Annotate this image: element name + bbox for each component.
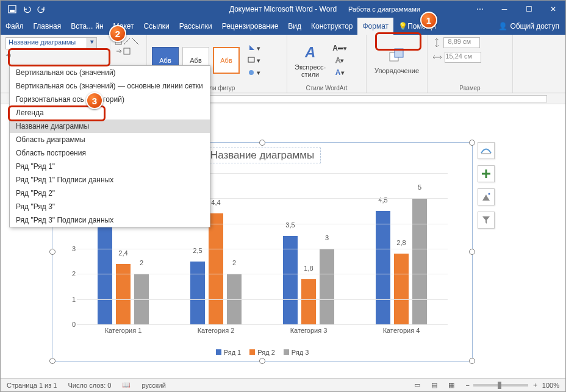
- minimize-icon[interactable]: ─: [492, 1, 517, 18]
- legend-item[interactable]: Ряд 2: [249, 349, 275, 356]
- bar[interactable]: [394, 254, 409, 324]
- quick-access-toolbar: [1, 5, 46, 13]
- chart-tools-context: Работа с диаграммами: [348, 5, 420, 13]
- svg-rect-1: [10, 10, 15, 12]
- maximize-icon[interactable]: ☐: [517, 1, 541, 18]
- bar[interactable]: [301, 279, 316, 324]
- chevron-down-icon[interactable]: ▾: [87, 38, 96, 49]
- group-wordart-styles: A Экспресс- стили A▾ A▾ A▾ Стили WordArt: [287, 35, 367, 93]
- language-indicator[interactable]: русский: [142, 382, 165, 389]
- tab-design-partial[interactable]: йн: [94, 18, 108, 35]
- tab-insert-partial[interactable]: Вста...: [66, 18, 94, 35]
- spellcheck-icon[interactable]: 📖: [122, 381, 131, 389]
- resize-handle[interactable]: [469, 140, 475, 146]
- shape-style-3[interactable]: Абв: [213, 47, 240, 74]
- bar[interactable]: [116, 264, 131, 324]
- bar[interactable]: [376, 211, 390, 324]
- text-outline-button[interactable]: A▾: [332, 55, 348, 66]
- svg-rect-5: [124, 48, 130, 54]
- view-web-icon[interactable]: ▦: [448, 381, 454, 389]
- bar[interactable]: [283, 236, 298, 324]
- close-icon[interactable]: ✕: [541, 1, 565, 18]
- text-effects-button[interactable]: A▾: [332, 67, 348, 78]
- shape-fill-button[interactable]: ▾: [246, 43, 262, 54]
- zoom-level[interactable]: 100%: [542, 382, 559, 389]
- x-axis-label: Категория 1: [87, 324, 160, 334]
- tab-review[interactable]: Рецензирование: [217, 18, 284, 35]
- bar-data-label: 5: [412, 184, 427, 191]
- layout-options-button[interactable]: [478, 142, 495, 159]
- dropdown-item[interactable]: Название диаграммы: [10, 119, 210, 133]
- word-count[interactable]: Число слов: 0: [68, 382, 111, 389]
- bar[interactable]: [320, 249, 334, 324]
- dropdown-item[interactable]: Область диаграммы: [10, 133, 210, 146]
- legend-item[interactable]: Ряд 1: [216, 349, 242, 356]
- dropdown-item[interactable]: Ряд "Ряд 2": [10, 187, 210, 200]
- dropdown-item[interactable]: Ряд "Ряд 1" Подписи данных: [10, 173, 210, 187]
- tab-home[interactable]: Главная: [29, 18, 66, 35]
- save-icon[interactable]: [8, 5, 16, 13]
- x-axis-label: Категория 4: [365, 324, 438, 334]
- tab-chart-design[interactable]: Конструктор: [306, 18, 357, 35]
- zoom-slider[interactable]: −＋ 100%: [465, 380, 559, 390]
- chart-title[interactable]: Название диаграммы: [204, 148, 321, 163]
- undo-icon[interactable]: [23, 5, 31, 13]
- format-selection-button[interactable]: ⟲: [5, 52, 11, 60]
- shape-gallery-row2[interactable]: [115, 47, 140, 55]
- dropdown-item[interactable]: Ряд "Ряд 1": [10, 160, 210, 173]
- bar[interactable]: [190, 262, 205, 324]
- callout-marker-2: 2: [109, 25, 126, 42]
- dropdown-item[interactable]: Ряд "Ряд 3": [10, 200, 210, 213]
- resize-handle[interactable]: [469, 249, 475, 255]
- resize-handle[interactable]: [49, 358, 56, 364]
- width-icon: [432, 53, 442, 62]
- redo-icon[interactable]: [37, 5, 46, 13]
- dropdown-item[interactable]: Вертикальная ось (значений) — основные л…: [10, 79, 210, 93]
- dropdown-item[interactable]: Горизонтальная ось (категорий): [10, 93, 210, 106]
- dropdown-item[interactable]: Ряд "Ряд 3" Подписи данных: [10, 213, 210, 227]
- shape-height-input[interactable]: 8,89 см: [443, 37, 480, 48]
- shape-outline-button[interactable]: ▾: [246, 55, 262, 66]
- tab-mailings[interactable]: Рассылки: [174, 18, 217, 35]
- bar-data-label: 2,5: [190, 247, 205, 254]
- bar[interactable]: [209, 213, 223, 324]
- resize-handle[interactable]: [259, 140, 265, 146]
- resize-handle[interactable]: [469, 358, 475, 364]
- svg-line-4: [132, 38, 138, 45]
- chart-elements-button[interactable]: [478, 165, 495, 182]
- bar-data-label: 3: [320, 234, 334, 241]
- svg-point-7: [249, 70, 254, 75]
- wordart-quick-styles[interactable]: A Экспресс- стили: [292, 41, 328, 79]
- shape-effects-button[interactable]: ▾: [246, 67, 262, 78]
- shape-width-input[interactable]: 15,24 см: [445, 52, 481, 63]
- bar-data-label: 2: [134, 259, 149, 266]
- bar[interactable]: [98, 216, 112, 324]
- tab-references[interactable]: Ссылки: [139, 18, 174, 35]
- chart-legend[interactable]: Ряд 1Ряд 2Ряд 3: [52, 349, 472, 356]
- bar[interactable]: [412, 198, 427, 324]
- tab-view[interactable]: Вид: [283, 18, 306, 35]
- ribbon-options-icon[interactable]: ⋯: [468, 1, 492, 18]
- chart-filters-button[interactable]: [478, 212, 495, 229]
- view-print-icon[interactable]: ▤: [431, 381, 437, 389]
- tab-format[interactable]: Формат: [357, 18, 393, 35]
- resize-handle[interactable]: [259, 358, 265, 364]
- arrange-button[interactable]: Упорядочение: [372, 45, 421, 76]
- dropdown-item[interactable]: Область построения: [10, 146, 210, 160]
- text-fill-button[interactable]: A▾: [332, 43, 348, 54]
- share-button[interactable]: 👤 Общий доступ: [498, 22, 565, 30]
- bar-data-label: 2: [227, 259, 242, 266]
- page-indicator[interactable]: Страница 1 из 1: [7, 382, 57, 389]
- dropdown-item[interactable]: Легенда: [10, 106, 210, 119]
- chart-element-dropdown[interactable]: Вертикальная ось (значений)Вертикальная …: [9, 65, 210, 227]
- dropdown-item[interactable]: Вертикальная ось (значений): [10, 66, 210, 79]
- chart-element-selector[interactable]: Название диаграммы ▾: [5, 37, 97, 49]
- view-read-icon[interactable]: ▭: [414, 381, 420, 389]
- legend-item[interactable]: Ряд 3: [284, 349, 309, 356]
- group-arrange: Упорядочение: [367, 35, 428, 93]
- svg-rect-6: [248, 57, 254, 62]
- chart-styles-button[interactable]: [478, 188, 495, 205]
- resize-handle[interactable]: [49, 249, 56, 255]
- svg-point-13: [489, 193, 490, 195]
- tab-file[interactable]: Файл: [1, 18, 29, 35]
